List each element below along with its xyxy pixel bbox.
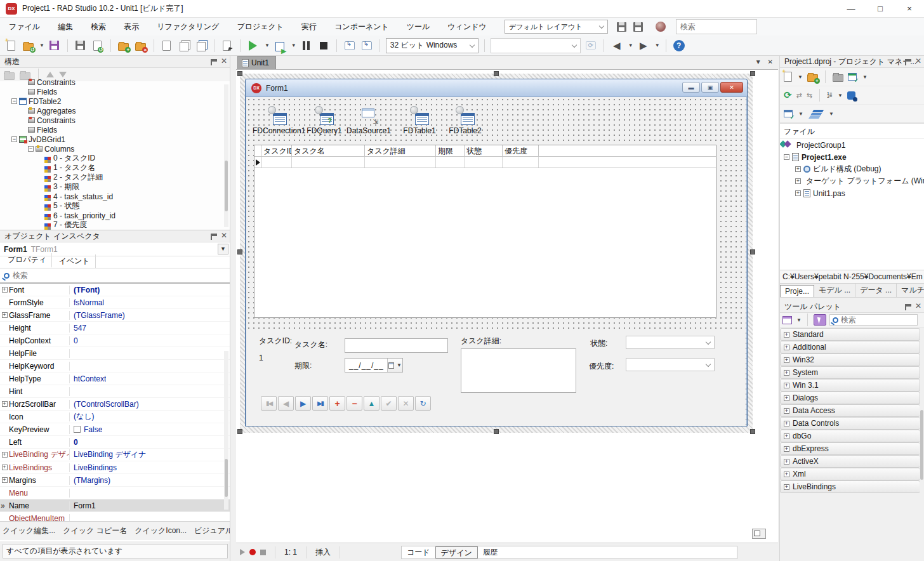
- category-win31[interactable]: +Win 3.1: [780, 379, 920, 392]
- save-all-button[interactable]: [74, 39, 88, 53]
- category-livebindings[interactable]: +LiveBindings: [780, 480, 920, 493]
- resize-handle[interactable]: [750, 429, 755, 434]
- expand-icon[interactable]: +: [795, 166, 801, 172]
- category-additional[interactable]: +Additional: [780, 341, 920, 353]
- help-button[interactable]: ?: [672, 39, 686, 53]
- property-row[interactable]: Height547: [0, 322, 230, 334]
- tab-multi-device[interactable]: マルチ...: [897, 284, 924, 297]
- tab-data-explorer[interactable]: データ ...: [855, 284, 897, 297]
- version-control-icon[interactable]: [847, 91, 855, 100]
- resize-handle[interactable]: [237, 71, 242, 76]
- tree-item-build-config[interactable]: +ビルド構成 (Debug): [780, 163, 924, 175]
- select-component-button[interactable]: [220, 39, 234, 53]
- property-row[interactable]: Left0: [0, 436, 230, 449]
- form-designer-canvas[interactable]: DX Form1 ▬ ▣ ✕ FDConnection1 ? FDQuery1: [236, 70, 778, 543]
- category-system[interactable]: +System: [780, 366, 920, 379]
- close-icon[interactable]: ✕: [221, 58, 227, 64]
- tab-history[interactable]: 履歴: [478, 546, 503, 558]
- tree-item[interactable]: Constraints: [3, 116, 230, 125]
- pin-icon[interactable]: [211, 59, 217, 65]
- add-to-project-button[interactable]: +: [117, 39, 131, 53]
- category-activex[interactable]: +ActiveX: [780, 455, 920, 468]
- bind-visually-link[interactable]: ビジュアルにバインド...: [194, 525, 230, 536]
- tab-code[interactable]: コード: [402, 546, 435, 558]
- component-categories-icon[interactable]: [782, 316, 792, 324]
- nav-first-button[interactable]: [261, 396, 277, 411]
- tree-item-columns[interactable]: −Columns: [3, 144, 230, 154]
- property-row[interactable]: +Margins(TMargins): [0, 474, 230, 487]
- menu-edit[interactable]: 編集: [49, 18, 82, 36]
- db-grid-row[interactable]: [254, 157, 716, 168]
- property-row[interactable]: +LiveBinding デザイナLiveBinding デザイナ: [0, 449, 230, 461]
- new-item-button[interactable]: [4, 39, 18, 53]
- property-row[interactable]: KeyPreviewFalse: [0, 423, 230, 436]
- nav-edit-button[interactable]: ▲: [364, 396, 380, 411]
- property-row-name-selected[interactable]: NameForm1: [0, 499, 230, 512]
- component-fdconnection1[interactable]: FDConnection1: [253, 107, 302, 135]
- tab-unit1[interactable]: Unit1: [237, 56, 276, 69]
- pin-icon[interactable]: [905, 59, 911, 65]
- close-tab-icon[interactable]: ✕: [768, 58, 773, 65]
- expand-icon[interactable]: +: [2, 465, 8, 470]
- expand-icon[interactable]: +: [2, 477, 8, 483]
- apply-layout-button[interactable]: [631, 20, 645, 34]
- open-dropdown[interactable]: ▼: [39, 43, 44, 48]
- tree-item[interactable]: Fields: [3, 125, 230, 135]
- category-data-controls[interactable]: +Data Controls: [780, 417, 920, 430]
- resize-handle[interactable]: [750, 71, 755, 76]
- stop-button[interactable]: [317, 39, 331, 53]
- menu-component[interactable]: コンポーネント: [326, 18, 398, 36]
- tree-item-project-exe[interactable]: −Project1.exe: [780, 151, 924, 163]
- build-config-icon[interactable]: [784, 110, 793, 117]
- category-xml[interactable]: +Xml: [780, 468, 920, 480]
- trace-into-button[interactable]: [343, 39, 357, 53]
- form-body[interactable]: FDConnection1 ? FDQuery1 ⇲ DataSource1 F…: [246, 97, 746, 426]
- menu-refactor[interactable]: リファクタリング: [148, 18, 228, 36]
- tree-item-column[interactable]: 2 - タスク詳細: [3, 173, 230, 182]
- category-dbexpress[interactable]: +dbExpress: [780, 442, 920, 455]
- add-folder-icon[interactable]: +: [807, 74, 818, 82]
- navigate-forward-button[interactable]: ▶: [637, 39, 650, 53]
- run-without-debug-dropdown[interactable]: ▼: [291, 43, 296, 48]
- selection-cursor-button[interactable]: [814, 314, 826, 326]
- column-header[interactable]: 期限: [436, 145, 465, 156]
- nav-refresh-button[interactable]: ↻: [415, 396, 431, 411]
- property-row[interactable]: +Font(TFont): [0, 284, 230, 296]
- tree-item-column[interactable]: 0 - タスクID: [3, 154, 230, 163]
- collapse-icon[interactable]: −: [28, 146, 34, 152]
- navigate-back-dropdown[interactable]: ▼: [628, 43, 633, 48]
- task-name-input[interactable]: [345, 338, 448, 353]
- nav-delete-button[interactable]: −: [346, 396, 362, 411]
- property-row[interactable]: Icon(なし): [0, 411, 230, 423]
- nav-last-button[interactable]: [312, 396, 328, 411]
- remove-from-project-button[interactable]: ×: [134, 39, 148, 53]
- save-button[interactable]: [48, 39, 62, 53]
- tree-item-target-platforms[interactable]: +ターゲット プラットフォーム (Win32): [780, 175, 924, 187]
- selected-object-combobox[interactable]: Form1 TForm1 ▼: [0, 242, 230, 256]
- inspector-scrollbar[interactable]: [224, 351, 228, 510]
- tree-item-column[interactable]: 7 - 優先度: [3, 220, 230, 230]
- desktop-layout-combobox[interactable]: デフォルト レイアウト: [505, 20, 608, 34]
- run-button[interactable]: [246, 39, 260, 53]
- component-fdtable1[interactable]: FDTable1: [395, 107, 444, 135]
- new-unit-button[interactable]: [160, 39, 174, 53]
- run-dropdown[interactable]: ▼: [265, 43, 270, 48]
- tree-item-column[interactable]: 3 - 期限: [3, 182, 230, 192]
- column-header[interactable]: 優先度: [503, 145, 539, 156]
- quick-icon-link[interactable]: クイックIcon...: [135, 525, 187, 536]
- component-datasource1[interactable]: ⇲ DataSource1: [344, 107, 393, 135]
- tree-item[interactable]: Fields: [3, 87, 230, 96]
- expand-icon[interactable]: +: [795, 178, 801, 184]
- move-down-icon[interactable]: [59, 72, 67, 77]
- navigate-forward-dropdown[interactable]: ▼: [655, 43, 660, 48]
- refresh-devices-button[interactable]: ⟳: [584, 39, 598, 53]
- property-row[interactable]: Menu: [0, 487, 230, 499]
- new-project-icon[interactable]: [784, 72, 792, 82]
- target-device-combobox[interactable]: [491, 38, 581, 53]
- property-row[interactable]: HelpTypehtContext: [0, 373, 230, 385]
- category-data-access[interactable]: +Data Access: [780, 404, 920, 417]
- toggle-form-unit-button[interactable]: [194, 39, 208, 53]
- save-as-button[interactable]: ↺: [91, 39, 105, 53]
- tab-project[interactable]: Proje...: [780, 285, 814, 297]
- structure-scrollbar[interactable]: [224, 84, 228, 227]
